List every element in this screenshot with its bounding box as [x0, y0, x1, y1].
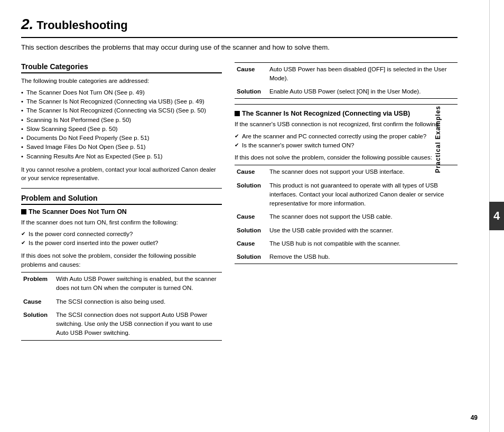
check-item: Is the scanner's power switch turned ON?: [235, 141, 458, 150]
list-item: The Scanner Is Not Recognized (Connectin…: [21, 97, 222, 106]
square-icon: [21, 209, 26, 214]
table-row: Cause Auto USB Power has been disabled (…: [235, 62, 458, 85]
scanner-no-turn-on-intro: If the scanner does not turn ON, first c…: [21, 218, 222, 227]
chapter-tab-label: Practical Examples: [434, 106, 487, 173]
trouble-categories-section: Trouble Categories The following trouble…: [21, 62, 222, 183]
usb-recognized-table: Cause The scanner does not support your …: [235, 165, 458, 264]
list-item: Documents Do Not Feed Properly (See p. 5…: [21, 134, 222, 143]
list-item: Saved Image Files Do Not Open (See p. 51…: [21, 143, 222, 152]
table-cell-label: Solution: [21, 308, 54, 340]
page-number: 49: [471, 414, 478, 421]
table-cell-label: Cause: [235, 210, 267, 223]
table-cell-content: This product is not guaranteed to operat…: [267, 179, 458, 211]
usb-recognized-section: The Scanner Is Not Recognized (Connectin…: [235, 110, 458, 264]
table-row: Cause The scanner does not support the U…: [235, 210, 458, 223]
right-column: Cause Auto USB Power has been disabled (…: [235, 62, 458, 346]
divider: [21, 188, 222, 189]
table-cell-label: Solution: [235, 250, 267, 264]
trouble-categories-title: Trouble Categories: [21, 62, 222, 73]
trouble-categories-list: The Scanner Does Not Turn ON (See p. 49)…: [21, 88, 222, 161]
table-cell-content: With Auto USB Power switching is enabled…: [54, 273, 222, 295]
table-cell-content: The SCSI connection is also being used.: [54, 295, 222, 308]
chapter-tab: 4 Practical Examples: [489, 0, 504, 432]
table-cell-content: The scanner does not support your USB in…: [267, 165, 458, 179]
scanner-checks-list: Is the power cord connected correctly? I…: [21, 230, 222, 248]
trouble-categories-note: It you cannot resolve a problem, contact…: [21, 165, 222, 183]
scanner-no-turn-on-heading: The Scanner Does Not Turn ON: [21, 208, 222, 215]
problem-solution-table: Problem With Auto USB Power switching is…: [21, 272, 222, 341]
check-item: Are the scanner and PC connected correct…: [235, 132, 458, 141]
table-row: Cause The scanner does not support your …: [235, 165, 458, 179]
table-row: Problem With Auto USB Power switching is…: [21, 273, 222, 295]
page-subtitle: This section describes the problems that…: [21, 42, 458, 53]
table-row: Solution Remove the USB hub.: [235, 250, 458, 264]
usb-recognized-heading: The Scanner Is Not Recognized (Connectin…: [235, 110, 458, 117]
problem-solution-section: Problem and Solution The Scanner Does No…: [21, 194, 222, 341]
table-cell-content: The USB hub is not compatible with the s…: [267, 237, 458, 250]
table-row: Cause The USB hub is not compatible with…: [235, 237, 458, 250]
table-cell-content: The SCSI connection does not support Aut…: [54, 308, 222, 340]
table-row: Cause The SCSI connection is also being …: [21, 295, 222, 308]
usb-secondary-intro: If this does not solve the problem, cons…: [235, 153, 458, 162]
table-cell-content: Remove the USB hub.: [267, 250, 458, 264]
trouble-categories-intro: The following trouble categories are add…: [21, 77, 222, 86]
table-cell-content: The scanner does not support the USB cab…: [267, 210, 458, 223]
page-title: 2.Troubleshooting: [21, 16, 458, 38]
table-cell-label: Solution: [235, 179, 267, 211]
table-cell-label: Solution: [235, 85, 267, 99]
table-row: Solution Enable Auto USB Power (select […: [235, 85, 458, 99]
check-item: Is the power cord inserted into the powe…: [21, 239, 222, 248]
chapter-number: 2.: [21, 16, 33, 32]
table-cell-content: Enable Auto USB Power (select [ON] in th…: [267, 85, 458, 99]
chapter-title: Troubleshooting: [36, 18, 127, 32]
table-cell-content: Use the USB cable provided with the scan…: [267, 224, 458, 237]
list-item: The Scanner Does Not Turn ON (See p. 49): [21, 88, 222, 97]
table-row: Solution This product is not guaranteed …: [235, 179, 458, 211]
auto-usb-section: Cause Auto USB Power has been disabled (…: [235, 62, 458, 99]
divider: [235, 104, 458, 105]
table-cell-label: Cause: [235, 237, 267, 250]
table-cell-content: Auto USB Power has been disabled ([OFF] …: [267, 62, 458, 85]
table-cell-label: Cause: [235, 165, 267, 179]
list-item: The Scanner Is Not Recognized (Connectin…: [21, 106, 222, 115]
auto-usb-table: Cause Auto USB Power has been disabled (…: [235, 62, 458, 99]
check-item: Is the power cord connected correctly?: [21, 230, 222, 239]
left-column: Trouble Categories The following trouble…: [21, 62, 222, 346]
table-row: Solution Use the USB cable provided with…: [235, 224, 458, 237]
table-cell-label: Cause: [235, 62, 267, 85]
table-cell-label: Solution: [235, 224, 267, 237]
table-cell-label: Problem: [21, 273, 54, 295]
usb-checks-list: Are the scanner and PC connected correct…: [235, 132, 458, 151]
list-item: Scanning Results Are Not as Expected (Se…: [21, 152, 222, 161]
usb-recognized-intro: If the scanner's USB connection is not r…: [235, 120, 458, 129]
square-icon: [235, 111, 240, 116]
table-cell-label: Cause: [21, 295, 54, 308]
table-row: Solution The SCSI connection does not su…: [21, 308, 222, 340]
scanner-secondary-intro: If this does not solve the problem, cons…: [21, 251, 222, 270]
problem-solution-title: Problem and Solution: [21, 194, 222, 205]
list-item: Slow Scanning Speed (See p. 50): [21, 125, 222, 134]
chapter-number-tab: 4: [489, 202, 504, 230]
list-item: Scanning Is Not Performed (See p. 50): [21, 116, 222, 125]
